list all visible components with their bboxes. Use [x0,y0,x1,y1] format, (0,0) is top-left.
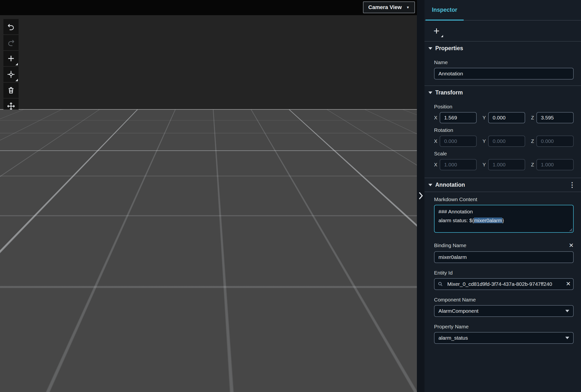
gizmo-arrow-x-icon[interactable] [226,263,236,268]
mixer-model[interactable] [248,204,296,259]
scale-label: Scale [434,151,574,157]
clear-entity-button[interactable]: ✕ [566,280,571,287]
annotation-overlay: Annotation alarm status: ${mixer0alarm} [154,229,235,254]
resize-grip-icon[interactable] [568,227,572,231]
redo-icon [7,38,15,47]
scene-statistics-vertices: Vertices : 107,892 [304,361,354,367]
transform-tool-icon [7,70,15,79]
position-row: X Y Z [434,112,574,123]
redo-button[interactable] [4,35,18,50]
camera-view-button[interactable]: Camera View ▼ [363,1,415,13]
scale-x-input [440,159,477,170]
markdown-line-1: ### Annotation [438,207,569,216]
markdown-content-label: Markdown Content [434,196,574,202]
section-header-transform[interactable]: Transform [424,85,581,99]
gizmo-axis-z[interactable] [158,264,193,265]
inspector-panel: Inspector + Properties Name Transform Po… [424,0,581,392]
gizmo-arrow-z-icon[interactable] [149,262,158,266]
rotation-label: Rotation [434,127,574,133]
chevron-down-icon: ▼ [406,5,410,9]
annotation-overlay-title: Annotation [159,234,230,241]
inspector-collapse-handle[interactable] [416,189,424,203]
tab-inspector[interactable]: Inspector [426,0,464,20]
axis-neg-dot[interactable] [397,356,401,360]
camera-view-label: Camera View [368,4,402,10]
viewport-toolbar [4,19,18,114]
add-object-button[interactable] [4,51,18,66]
plus-icon: + [434,25,440,37]
scale-z-input [536,159,574,170]
kebab-menu-icon[interactable]: ⋮ [569,183,576,188]
markdown-line-2: alarm status: ${mixer0alarm} [438,216,569,225]
section-transform: Position X Y Z Rotation X Y Z Scale [424,99,581,178]
position-label: Position [434,104,574,110]
name-input[interactable] [434,68,574,80]
section-title-transform: Transform [435,89,463,96]
axis-x-label: X [434,162,437,168]
chevron-down-icon [428,92,432,94]
position-x-input[interactable] [440,112,477,123]
close-icon: ✕ [566,280,571,287]
axis-z-label: Z [531,115,534,121]
position-y-input[interactable] [488,112,525,123]
axis-x-label: X [434,115,437,121]
component-name-value: AlarmComponent [438,308,478,314]
binding-name-input[interactable] [434,251,574,263]
section-annotation: Markdown Content ### Annotation alarm st… [424,192,581,350]
move-tool-button[interactable] [4,99,18,114]
section-header-annotation[interactable]: Annotation ⋮ [424,178,581,192]
add-component-button[interactable]: + [431,25,442,37]
entity-id-input[interactable] [434,278,574,290]
axis-z-label: Z [531,162,534,168]
rotation-z-input [536,136,574,147]
move-icon [7,102,15,110]
section-header-properties[interactable]: Properties [424,41,581,55]
component-name-label: Component Name [434,297,574,303]
axis-y-label: Y [482,115,486,121]
delete-button[interactable] [4,83,18,98]
scale-row: X Y Z [434,159,574,170]
close-icon: ✕ [569,242,574,249]
axis-y-label: Y [386,345,389,350]
binding-name-label: Binding Name [434,242,466,248]
property-name-label: Property Name [434,324,574,330]
gizmo-arrow-y-icon[interactable] [191,295,196,303]
axis-y-label: Y [482,139,486,144]
binding-name-row: Binding Name ✕ [434,242,574,249]
viewport-3d[interactable]: Y X Z Annotation alarm status: ${mixer0a… [0,15,417,392]
axis-neg-dot[interactable] [375,356,379,360]
transform-tool-button[interactable] [4,67,18,82]
axis-z-label: Z [531,139,534,144]
axis-neg-dot[interactable] [386,376,390,380]
chevron-down-icon [565,337,569,339]
anchor-handle[interactable] [175,162,182,169]
gizmo-axis-y[interactable] [193,265,193,296]
axis-triad[interactable]: Y X Z [372,344,402,380]
anchor-handle[interactable] [265,189,272,196]
axis-x-label: X [434,139,437,144]
rotation-row: X Y Z [434,136,574,147]
remove-binding-button[interactable]: ✕ [569,242,574,249]
entity-id-field: ✕ [434,278,574,290]
annotation-overlay-body: alarm status: ${mixer0alarm} [159,244,230,250]
transform-gizmo[interactable] [149,251,236,303]
component-name-select[interactable]: AlarmComponent [434,305,574,317]
scale-y-input [488,159,525,170]
chevron-down-icon [428,47,432,50]
markdown-content-textarea[interactable]: ### Annotation alarm status: ${mixer0ala… [434,205,574,233]
chevron-right-icon [418,192,423,200]
trash-icon [7,86,15,94]
section-properties: Name [424,55,581,85]
property-name-select[interactable]: alarm_status [434,332,574,344]
axis-y-label: Y [482,162,486,168]
tab-inspector-label: Inspector [432,6,457,13]
scene-statistics-triangles: Triangles : 162,180 [304,371,354,377]
axis-x-label: X [397,364,400,368]
scene-statistics-title: Scene Statistics [304,350,354,356]
undo-icon [7,22,15,31]
plus-icon [7,54,15,63]
undo-button[interactable] [4,19,18,34]
chevron-down-icon [565,310,569,312]
axis-z-label: Z [374,363,377,368]
position-z-input[interactable] [536,112,574,123]
